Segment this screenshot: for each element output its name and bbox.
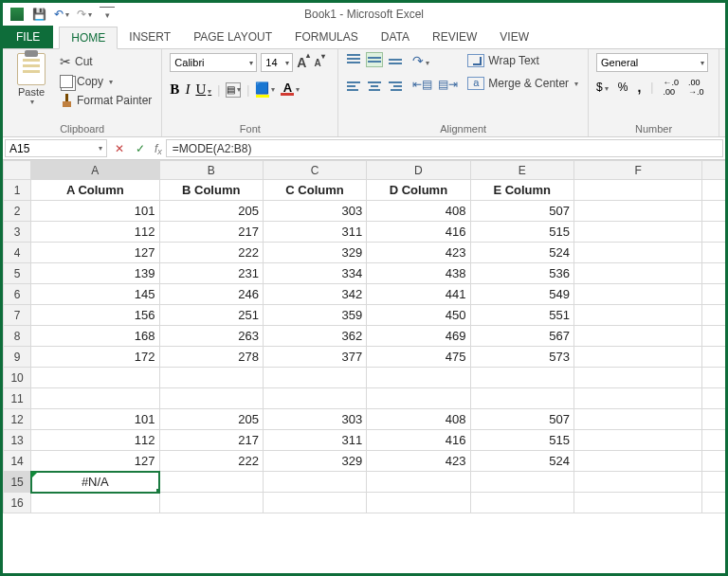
row-header[interactable]: 1 xyxy=(4,180,31,201)
cell[interactable] xyxy=(573,305,701,326)
cell[interactable]: 127 xyxy=(31,451,159,472)
cell[interactable] xyxy=(573,430,701,451)
cell[interactable]: 139 xyxy=(31,263,159,284)
formula-input[interactable]: =MODE(A2:B8) xyxy=(166,139,723,157)
cell[interactable] xyxy=(702,388,725,409)
cell[interactable]: 251 xyxy=(159,305,263,326)
borders-button[interactable]: ▤▾ xyxy=(226,82,241,98)
cell[interactable]: 507 xyxy=(470,201,573,222)
decrease-indent-icon[interactable]: ⇤▤ xyxy=(412,78,432,91)
align-center-icon[interactable] xyxy=(367,80,382,93)
cell[interactable]: 524 xyxy=(470,243,573,263)
col-header-F[interactable]: F xyxy=(573,161,701,180)
cell[interactable] xyxy=(702,180,725,201)
row-header[interactable]: 10 xyxy=(4,368,31,388)
selected-cell[interactable]: #N/A! xyxy=(31,472,159,493)
underline-button[interactable]: U▾ xyxy=(195,81,211,98)
cell[interactable] xyxy=(573,472,701,493)
orientation-button[interactable]: ↷▾ xyxy=(412,53,458,68)
cell[interactable]: 156 xyxy=(31,305,159,326)
cell[interactable] xyxy=(159,368,263,388)
col-header-D[interactable]: D xyxy=(367,161,470,180)
cell[interactable] xyxy=(702,243,725,263)
cell[interactable]: 549 xyxy=(470,284,573,305)
row-header[interactable]: 5 xyxy=(4,263,31,284)
tab-insert[interactable]: INSERT xyxy=(118,26,182,48)
row-header[interactable]: 6 xyxy=(4,284,31,305)
cell[interactable] xyxy=(367,388,470,409)
cell[interactable] xyxy=(470,493,573,513)
row-header[interactable]: 16 xyxy=(4,493,31,513)
cell[interactable] xyxy=(702,222,725,243)
comma-format-button[interactable]: , xyxy=(637,80,641,95)
cell[interactable]: D Column xyxy=(367,180,470,201)
cell[interactable]: 416 xyxy=(367,430,470,451)
cell[interactable]: 172 xyxy=(31,347,159,368)
cell[interactable] xyxy=(159,388,263,409)
tab-page-layout[interactable]: PAGE LAYOUT xyxy=(182,26,283,48)
row-header[interactable]: 8 xyxy=(4,326,31,347)
cell[interactable]: 362 xyxy=(263,326,366,347)
cell[interactable]: 222 xyxy=(159,243,263,263)
cell[interactable]: 450 xyxy=(367,305,470,326)
cell[interactable]: 263 xyxy=(159,326,263,347)
row-header[interactable]: 2 xyxy=(4,201,31,222)
row-header[interactable]: 7 xyxy=(4,305,31,326)
cell[interactable] xyxy=(702,430,725,451)
cell[interactable] xyxy=(470,368,573,388)
name-box[interactable]: A15▾ xyxy=(5,139,107,157)
select-all-corner[interactable] xyxy=(4,161,31,180)
cell[interactable]: 205 xyxy=(159,201,263,222)
tab-formulas[interactable]: FORMULAS xyxy=(283,26,370,48)
percent-format-button[interactable]: % xyxy=(618,81,628,94)
cell[interactable] xyxy=(573,180,701,201)
fill-color-button[interactable]: 🟦▾ xyxy=(255,81,275,98)
cell[interactable]: 536 xyxy=(470,263,573,284)
cell[interactable]: 278 xyxy=(159,347,263,368)
cell[interactable] xyxy=(702,472,725,493)
cell[interactable]: 573 xyxy=(470,347,573,368)
cell[interactable] xyxy=(573,201,701,222)
enter-formula-icon[interactable]: ✓ xyxy=(130,137,151,159)
redo-icon[interactable]: ↷▾ xyxy=(77,7,92,22)
row-header[interactable]: 3 xyxy=(4,222,31,243)
cell[interactable] xyxy=(573,493,701,513)
cell[interactable] xyxy=(702,201,725,222)
paste-button[interactable]: Paste ▾ xyxy=(10,53,52,106)
increase-indent-icon[interactable]: ▤⇥ xyxy=(438,78,458,91)
row-header[interactable]: 15 xyxy=(4,472,31,493)
cell[interactable] xyxy=(367,493,470,513)
cell[interactable] xyxy=(573,263,701,284)
italic-button[interactable]: I xyxy=(185,81,190,98)
cancel-formula-icon[interactable]: ✕ xyxy=(109,137,130,159)
number-format-select[interactable]: General▾ xyxy=(596,53,708,72)
cell[interactable] xyxy=(159,493,263,513)
cell[interactable]: 408 xyxy=(367,201,470,222)
cell[interactable]: 342 xyxy=(263,284,366,305)
cell[interactable] xyxy=(702,493,725,513)
paste-dropdown-icon[interactable]: ▾ xyxy=(30,98,34,106)
accounting-format-button[interactable]: $▾ xyxy=(596,81,609,94)
tab-view[interactable]: VIEW xyxy=(488,26,540,48)
cell[interactable]: 101 xyxy=(31,409,159,430)
fx-icon[interactable]: fx xyxy=(151,137,166,159)
fill-handle[interactable] xyxy=(156,489,160,493)
cell[interactable] xyxy=(31,368,159,388)
cell[interactable] xyxy=(702,263,725,284)
col-header-blank[interactable] xyxy=(702,161,725,180)
cell[interactable]: 507 xyxy=(470,409,573,430)
cell[interactable]: 334 xyxy=(263,263,366,284)
cell[interactable]: C Column xyxy=(263,180,366,201)
cell[interactable] xyxy=(367,368,470,388)
qat-customize-icon[interactable]: ▾ xyxy=(100,7,115,22)
cell[interactable]: 311 xyxy=(263,222,366,243)
cell[interactable]: 145 xyxy=(31,284,159,305)
row-header[interactable]: 12 xyxy=(4,409,31,430)
cell[interactable]: E Column xyxy=(470,180,573,201)
cell[interactable]: 377 xyxy=(263,347,366,368)
align-left-icon[interactable] xyxy=(346,80,361,93)
row-header[interactable]: 11 xyxy=(4,388,31,409)
font-color-button[interactable]: A▾ xyxy=(281,83,300,96)
cell[interactable]: 231 xyxy=(159,263,263,284)
decrease-font-icon[interactable]: A▾ xyxy=(314,56,324,68)
